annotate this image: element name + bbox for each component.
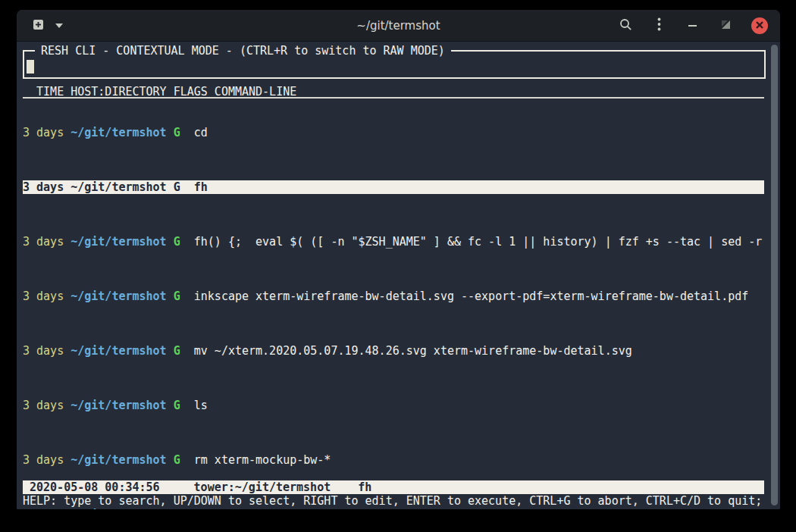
search-button[interactable] [618,17,633,35]
help-line: HELP: type to search, UP/DOWN to select,… [23,494,764,508]
table-header: TIME HOST:DIRECTORY FLAGS COMMAND-LINE [23,85,764,99]
row-time: 3 days [23,399,64,412]
row-host-directory: ~/git/termshot [71,508,166,509]
row-command: fh [194,180,208,194]
history-row[interactable]: 3 days ~/git/termshot G mv ~/xterm.2020.… [23,344,764,358]
titlebar: ~/git/termshot [17,10,780,42]
restore-button[interactable] [718,17,733,35]
row-time: 3 days [23,508,64,509]
minimize-button[interactable] [685,17,700,35]
row-flags: G [174,126,180,139]
row-flags: G [174,453,180,467]
row-host-directory: ~/git/termshot [71,453,166,467]
row-host-directory: ~/git/termshot [71,399,166,412]
row-flags: G [174,344,180,358]
history-row[interactable]: 3 days ~/git/termshot G fh() {; eval $( … [23,235,764,249]
chevron-down-icon [55,23,63,28]
row-time: 3 days [23,453,64,467]
terminal-window: ~/git/termshot [17,10,780,509]
history-row[interactable]: 3 days ~/git/termshot G fh [23,180,764,194]
terminal-screen: RESH CLI - CONTEXTUAL MODE - (CTRL+R to … [17,42,780,509]
new-tab-dropdown-button[interactable] [55,23,63,28]
history-list: 3 days ~/git/termshot G cd 3 days ~/git/… [23,99,764,509]
row-time: 3 days [23,180,64,194]
row-host-directory: ~/git/termshot [71,126,166,139]
close-button[interactable] [751,17,768,34]
row-time: 3 days [23,289,64,303]
row-host-directory: ~/git/termshot [71,180,166,194]
desktop-background: { "window": { "title": "~/git/termshot" … [0,0,796,532]
status-command: fh [358,480,371,494]
search-icon [619,18,632,33]
row-command: cd [194,126,208,139]
scrollbar-thumb[interactable] [771,45,778,505]
row-command: ls [194,399,208,412]
row-command: mv ~/xterm.2020.05.07.19.39.46.svg xterm… [194,508,612,509]
minimize-icon [688,25,697,27]
new-tab-button[interactable] [32,19,45,33]
row-command: fh() {; eval $( ([ -n "$ZSH_NAME" ] && f… [194,235,763,249]
restore-icon [722,20,730,31]
row-host-directory: ~/git/termshot [71,289,166,303]
search-panel-title: RESH CLI - CONTEXTUAL MODE - (CTRL+R to … [35,44,451,58]
row-host-directory: ~/git/termshot [71,344,166,358]
kebab-menu-icon [657,17,661,33]
row-flags: G [174,399,180,412]
new-tab-icon [32,19,45,33]
row-command: mv ~/xterm.2020.05.07.19.48.26.svg xterm… [194,344,632,358]
row-flags: G [174,289,180,303]
row-flags: G [174,180,180,194]
search-panel: RESH CLI - CONTEXTUAL MODE - (CTRL+R to … [23,50,766,79]
row-time: 3 days [23,235,64,249]
status-datetime: 2020-05-08 00:34:56 [30,480,160,494]
status-host-directory: tower:~/git/termshot [194,480,331,494]
row-time: 3 days [23,126,64,139]
row-flags: G [174,235,180,249]
row-command: inkscape xterm-wireframe-bw-detail.svg -… [194,289,749,303]
status-bar: 2020-05-08 00:34:56tower:~/git/termshotf… [23,480,764,494]
history-row[interactable]: 3 days ~/git/termshot G inkscape xterm-w… [23,289,764,303]
row-host-directory: ~/git/termshot [71,235,166,249]
history-row[interactable]: 3 days ~/git/termshot G cd [23,126,764,139]
history-row[interactable]: 3 days ~/git/termshot G rm xterm-mockup-… [23,453,764,467]
menu-button[interactable] [651,17,666,35]
history-row[interactable]: 3 days ~/git/termshot G ls [23,399,764,412]
text-cursor [27,60,34,74]
close-icon [756,20,763,31]
row-flags: G [174,508,180,509]
history-row[interactable]: 3 days ~/git/termshot G mv ~/xterm.2020.… [23,508,764,509]
row-time: 3 days [23,344,64,358]
row-command: rm xterm-mockup-bw-* [194,453,331,467]
